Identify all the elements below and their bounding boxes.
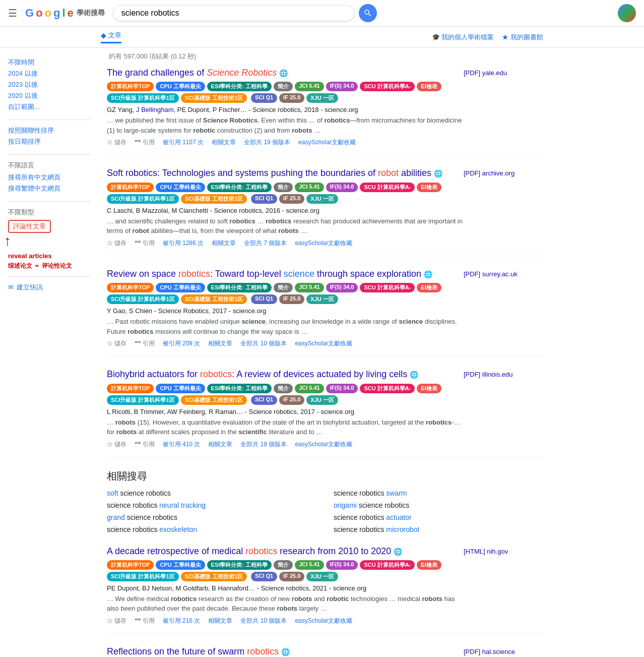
search-input[interactable] — [121, 9, 346, 18]
tag-cpu: CPU 工學科最尖 — [156, 82, 205, 91]
pdf-link-2[interactable]: [PDF] archive.org — [464, 169, 514, 177]
related-item-4[interactable]: origami science robotics — [334, 501, 544, 509]
my-profile-link[interactable]: 🎓 我的個人學術檔案 — [432, 33, 494, 42]
related-5[interactable]: 相關文章 — [208, 617, 232, 625]
cite-btn-5[interactable]: ❝❝ 引用 — [135, 617, 154, 625]
cite-btn-3[interactable]: ❝❝ 引用 — [135, 339, 154, 348]
result-source-1: GZ Yang, J Bellingham, PE Dupont, P Fisc… — [107, 106, 464, 113]
result-card-2: Soft robotics: Technologies and systems … — [107, 167, 544, 256]
result-main-6: Reflections on the future of swarm robot… — [107, 646, 464, 657]
result-source-5: PE Dupont, BJ Nelson, M Goldfarb, B Hann… — [107, 584, 464, 592]
tab-articles[interactable]: ◆ 文章 — [101, 31, 121, 43]
sidebar-sort-relevance[interactable]: 按照關聯性排序 — [8, 126, 91, 135]
result-pdf-3[interactable]: [PDF] surrey.ac.uk — [464, 268, 544, 348]
pdf-link-6[interactable]: [PDF] hal.science — [464, 648, 515, 655]
versions-2[interactable]: 全部共 7 個版本 — [244, 239, 287, 248]
cite-btn-1[interactable]: ❝❝ 引用 — [135, 138, 154, 147]
result-title-4[interactable]: Biohybrid actuators for robotics: A revi… — [107, 369, 464, 380]
related-4[interactable]: 相關文章 — [208, 440, 232, 449]
result-card-3: Review on space robotics: Toward top-lev… — [107, 268, 544, 356]
versions-3[interactable]: 全部共 10 個版本 — [240, 339, 287, 348]
result-source-4: L Ricotti, B Trimmer, AW Feinberg, R Ram… — [107, 408, 464, 415]
search-button[interactable] — [359, 4, 377, 22]
result-snippet-4: … robots (15). However, a quantitative e… — [107, 417, 464, 437]
related-item-3[interactable]: science robotics neural tracking — [107, 501, 317, 509]
related-item-5[interactable]: grand science robotics — [107, 513, 317, 521]
versions-5[interactable]: 全部共 10 個版本 — [240, 617, 287, 625]
save-btn-2[interactable]: ☆ 儲存 — [107, 239, 126, 248]
result-title-5[interactable]: A decade retrospective of medical roboti… — [107, 546, 464, 557]
tag-if25: IF 25.0 — [279, 93, 304, 103]
related-3[interactable]: 相關文章 — [208, 339, 232, 348]
cited-by-4[interactable]: 被引用 410 次 — [163, 440, 201, 449]
result-title-1[interactable]: The grand challenges of Science Robotics… — [107, 67, 464, 79]
menu-icon[interactable]: ☰ — [8, 7, 17, 19]
cited-by-2[interactable]: 被引用 1286 次 — [163, 239, 204, 248]
pdf-link-1[interactable]: [PDF] yale.edu — [464, 69, 507, 77]
easy-scholar-4[interactable]: easyScholar文獻收藏 — [295, 440, 352, 449]
easy-scholar-5[interactable]: easyScholar文獻收藏 — [295, 617, 352, 625]
easy-scholar-1[interactable]: easyScholar文獻收藏 — [298, 138, 356, 147]
results-stats: 約有 597,000 項結果 (0.12 秒) — [107, 52, 544, 61]
related-item-8[interactable]: science robotics microrobot — [334, 525, 544, 533]
result-main-1: The grand challenges of Science Robotics… — [107, 67, 464, 147]
easy-scholar-2[interactable]: easyScholar文獻收藏 — [295, 239, 352, 248]
sidebar-since-2023[interactable]: 2023 以後 — [8, 80, 91, 89]
sidebar-sort-section: 按照關聯性排序 按日期排序 — [8, 126, 91, 146]
result-actions-1: ☆ 儲存 ❝❝ 引用 被引用 1107 次 相關文章 全部共 19 個版本 ea… — [107, 138, 464, 147]
related-item-6[interactable]: science robotics actuator — [334, 513, 544, 521]
related-title: 相關搜尋 — [107, 469, 544, 483]
tab-right-actions: 🎓 我的個人學術檔案 ★ 我的圖書館 — [432, 33, 543, 42]
related-item-2[interactable]: science robotics swarm — [334, 489, 544, 497]
author-link[interactable]: J Bellingham — [136, 106, 173, 113]
related-1[interactable]: 相關文章 — [212, 138, 236, 147]
sidebar-since-2024[interactable]: 2024 以後 — [8, 69, 91, 78]
create-alert[interactable]: ✉ 建立快訊 — [8, 283, 91, 292]
result-pdf-1[interactable]: [PDF] yale.edu — [464, 67, 544, 147]
pdf-link-4[interactable]: [PDF] illinois.edu — [464, 371, 513, 378]
result-title-3[interactable]: Review on space robotics: Toward top-lev… — [107, 268, 464, 280]
result-row-3: Review on space robotics: Toward top-lev… — [107, 268, 544, 348]
save-btn-5[interactable]: ☆ 儲存 — [107, 617, 126, 625]
save-btn-3[interactable]: ☆ 儲存 — [107, 339, 126, 348]
sidebar-any-time[interactable]: 不限時間 — [8, 58, 91, 67]
sidebar-divider-4 — [8, 276, 91, 277]
cited-by-1[interactable]: 被引用 1107 次 — [163, 138, 204, 147]
save-btn-1[interactable]: ☆ 儲存 — [107, 138, 126, 147]
versions-4[interactable]: 全部共 18 個版本 — [240, 440, 287, 449]
result-main-3: Review on space robotics: Toward top-lev… — [107, 268, 464, 348]
sidebar-review-articles[interactable]: 評論性文章 — [8, 220, 51, 233]
result-pdf-5[interactable]: [HTML] nih.gov — [464, 546, 544, 625]
related-2[interactable]: 相關文章 — [212, 239, 236, 248]
cited-by-3[interactable]: 被引用 209 次 — [163, 339, 201, 348]
sidebar-sort-date[interactable]: 按日期排序 — [8, 137, 91, 146]
result-pdf-2[interactable]: [PDF] archive.org — [464, 167, 544, 247]
related-item-1[interactable]: soft science robotics — [107, 489, 317, 497]
result-pdf-6[interactable]: [PDF] hal.science — [464, 646, 544, 657]
sidebar-since-2020[interactable]: 2020 以後 — [8, 91, 91, 100]
cited-by-5[interactable]: 被引用 216 次 — [163, 617, 201, 625]
google-scholar-logo[interactable]: Google 學術搜尋 — [25, 7, 105, 20]
result-pdf-4[interactable]: [PDF] illinois.edu — [464, 369, 544, 448]
tag-scu: SCU 計算机科學A- — [360, 82, 415, 91]
tag-sciq1: SCI Q1 — [251, 93, 277, 103]
result-main-4: Biohybrid actuators for robotics: A revi… — [107, 369, 464, 448]
pdf-link-3[interactable]: [PDF] surrey.ac.uk — [464, 270, 518, 278]
result-title-2[interactable]: Soft robotics: Technologies and systems … — [107, 167, 464, 179]
related-item-7[interactable]: science robotics exoskeleton — [107, 525, 317, 533]
cite-btn-2[interactable]: ❝❝ 引用 — [135, 239, 154, 248]
avatar[interactable] — [618, 4, 636, 22]
result-title-6[interactable]: Reflections on the future of swarm robot… — [107, 646, 464, 657]
cite-btn-4[interactable]: ❝❝ 引用 — [135, 440, 154, 449]
sidebar-traditional-chinese[interactable]: 搜尋繁體中文網頁 — [8, 184, 91, 193]
save-btn-4[interactable]: ☆ 儲存 — [107, 440, 126, 449]
result-row-4: Biohybrid actuators for robotics: A revi… — [107, 369, 544, 448]
mortarboard-icon: 🎓 — [432, 33, 440, 41]
sidebar-all-chinese[interactable]: 搜尋所有中文網頁 — [8, 173, 91, 182]
result-card-6: Reflections on the future of swarm robot… — [107, 646, 544, 657]
my-library-link[interactable]: ★ 我的圖書館 — [502, 33, 543, 42]
easy-scholar-3[interactable]: easyScholar文獻收藏 — [295, 339, 352, 348]
sidebar-custom-range[interactable]: 自訂範圍... — [8, 102, 91, 111]
pdf-link-5[interactable]: [HTML] nih.gov — [464, 548, 508, 555]
versions-1[interactable]: 全部共 19 個版本 — [244, 138, 290, 147]
